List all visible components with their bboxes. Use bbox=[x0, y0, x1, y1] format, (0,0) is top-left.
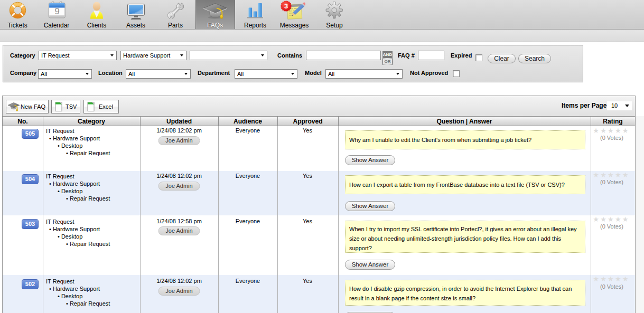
svg-text:9: 9 bbox=[54, 6, 59, 16]
svg-text:3: 3 bbox=[284, 2, 288, 10]
